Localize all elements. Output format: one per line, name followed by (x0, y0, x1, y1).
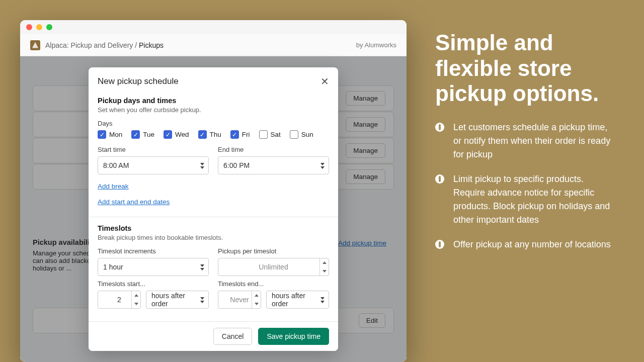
marketing-headline: Simple and flexible store pickup options… (435, 30, 614, 107)
day-tue[interactable]: Tue (131, 130, 154, 139)
save-button[interactable]: Save pickup time (258, 328, 329, 345)
end-time-select[interactable]: 6:00 PM (218, 156, 329, 174)
day-wed[interactable]: Wed (164, 130, 189, 139)
day-sat[interactable]: Sat (259, 130, 281, 139)
titlebar (20, 20, 407, 34)
timeslots-start-label: Timeslots start... (98, 280, 209, 288)
modal-title: New pickup schedule (98, 76, 179, 86)
day-sun[interactable]: Sun (290, 130, 313, 139)
timeslots-end-input[interactable]: Never (218, 291, 261, 309)
checkbox-icon[interactable] (290, 130, 298, 139)
marketing-bullet: Let customers schedule a pickup time, or… (435, 121, 614, 161)
checkbox-icon[interactable] (164, 130, 172, 139)
checkbox-icon[interactable] (259, 130, 268, 139)
bullet-icon (435, 123, 444, 132)
start-time-label: Start time (98, 146, 209, 153)
end-time-label: End time (218, 146, 329, 153)
marketing-panel: Simple and flexible store pickup options… (435, 30, 614, 262)
day-mon[interactable]: Mon (98, 130, 122, 139)
breadcrumb-current: Pickups (139, 41, 164, 49)
stepper-icon[interactable] (131, 291, 140, 308)
stepper-icon[interactable] (252, 291, 261, 308)
cancel-button[interactable]: Cancel (213, 328, 253, 345)
app-logo-icon (30, 40, 40, 50)
days-row: Mon Tue Wed Thu Fri Sat Sun (98, 130, 329, 139)
timeslots-end-label: Timeslots end... (218, 280, 329, 288)
pickup-days-heading: Pickup days and times (98, 97, 329, 105)
breadcrumb-root[interactable]: Alpaca: Pickup and Delivery (45, 41, 133, 49)
app-header: Alpaca: Pickup and Delivery / Pickups by… (20, 34, 407, 56)
pickups-per-label: Pickups per timeslot (218, 247, 329, 255)
increments-select[interactable]: 1 hour (98, 258, 209, 276)
checkbox-icon[interactable] (198, 130, 207, 139)
increments-label: Timeslot increments (98, 247, 209, 255)
timeslots-end-unit-select[interactable]: hours after order (266, 291, 329, 309)
timeslots-start-unit-select[interactable]: hours after order (146, 291, 209, 309)
close-window-icon[interactable] (26, 24, 32, 30)
new-pickup-schedule-modal: New pickup schedule ✕ Pickup days and ti… (89, 67, 338, 351)
maximize-window-icon[interactable] (46, 24, 52, 30)
day-thu[interactable]: Thu (198, 130, 221, 139)
bullet-icon (435, 174, 444, 184)
marketing-bullet: Limit pickup to specific products. Requi… (435, 172, 614, 227)
checkbox-icon[interactable] (131, 130, 140, 139)
stepper-icon[interactable] (319, 258, 329, 276)
add-break-link[interactable]: Add break (98, 183, 129, 190)
byline: by Alumworks (356, 41, 396, 49)
checkbox-icon[interactable] (230, 130, 239, 139)
start-time-select[interactable]: 8:00 AM (98, 156, 209, 174)
day-fri[interactable]: Fri (230, 130, 250, 139)
bullet-icon (435, 240, 444, 249)
minimize-window-icon[interactable] (36, 24, 42, 30)
breadcrumb: Alpaca: Pickup and Delivery / Pickups (45, 41, 164, 49)
pickup-days-sub: Set when you offer curbside pickup. (98, 106, 329, 114)
days-label: Days (98, 120, 329, 127)
timeslots-start-input[interactable]: 2 (98, 291, 141, 309)
add-dates-link[interactable]: Add start and end dates (98, 198, 170, 206)
pickups-per-input[interactable]: Unlimited (218, 258, 329, 276)
marketing-bullet: Offer pickup at any number of locations (435, 238, 614, 251)
timeslots-sub: Break pickup times into bookable timeslo… (98, 234, 329, 241)
checkbox-icon[interactable] (98, 130, 106, 139)
timeslots-heading: Timeslots (98, 224, 329, 232)
close-icon[interactable]: ✕ (320, 75, 329, 87)
